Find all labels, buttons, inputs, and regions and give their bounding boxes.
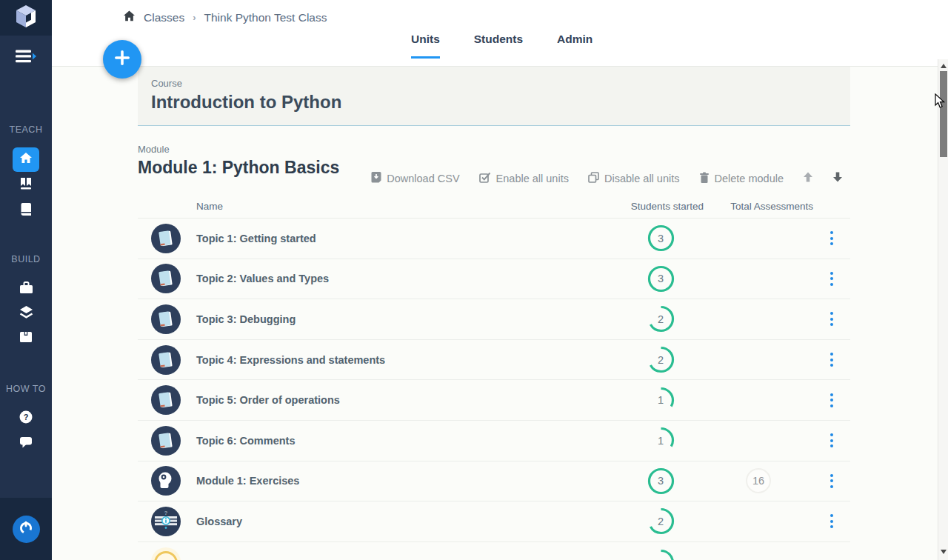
table-row[interactable]: Topic 2: Values and Types 3 (138, 259, 850, 300)
topic-book-icon (151, 304, 181, 334)
delete-module-label: Delete module (715, 173, 784, 184)
students-started-count: 2 (647, 507, 675, 535)
table-row[interactable]: Topic 1: Getting started 3 (138, 219, 850, 259)
row-menu-button[interactable] (827, 268, 837, 290)
sidebar-item-classes[interactable] (0, 147, 52, 172)
trash-icon (699, 172, 710, 185)
briefcase-icon (19, 281, 33, 297)
sidebar-item-library[interactable] (0, 198, 52, 223)
main-content: Course Introduction to Python Module Mod… (52, 67, 938, 560)
table-header-row: Name Students started Total Assessments (138, 194, 850, 219)
module-toolbar: Download CSV Enable all units (371, 172, 843, 185)
app-logo[interactable] (0, 0, 52, 36)
sidebar-item-help[interactable]: ? (0, 406, 52, 431)
unit-name[interactable]: Module 1: Exercises (196, 475, 618, 487)
unit-name[interactable]: Topic 2: Values and Types (196, 273, 618, 284)
active-highlight (13, 147, 39, 172)
app-window: TEACH (0, 0, 948, 560)
sidebar-section-howto: HOW TO (0, 384, 52, 394)
table-row[interactable]: Topic 6: Comments 1 (138, 421, 850, 461)
students-started-ring (647, 549, 675, 560)
download-csv-button[interactable]: Download CSV (371, 172, 459, 185)
unit-name[interactable]: Glossary (196, 516, 618, 527)
row-menu-button[interactable] (827, 470, 837, 492)
download-csv-label: Download CSV (387, 173, 459, 184)
plus-icon (113, 49, 131, 70)
topic-book-icon (151, 385, 181, 415)
breadcrumb-current-class: Think Python Test Class (204, 11, 327, 24)
table-row[interactable]: Module 1: Exercises 3 16 (138, 461, 850, 502)
table-row[interactable]: Topic 5: Order of operations 1 (138, 380, 850, 421)
topic-book-icon (151, 264, 181, 293)
move-module-down-button[interactable] (832, 172, 843, 185)
delete-module-button[interactable]: Delete module (699, 172, 784, 185)
unit-name[interactable]: Topic 5: Order of operations (196, 394, 618, 406)
unit-name[interactable]: Topic 1: Getting started (196, 233, 618, 244)
scroll-up-icon[interactable] (941, 64, 947, 68)
book-icon (20, 203, 32, 219)
table-row[interactable]: Topic 4: Expressions and statements 2 (138, 340, 850, 381)
sidebar-section-teach: TEACH (0, 124, 52, 135)
row-menu-button[interactable] (827, 510, 837, 532)
chevron-right-icon: › (193, 12, 196, 23)
svg-text:?: ? (24, 413, 29, 421)
column-total-assessments: Total Assessments (704, 201, 813, 212)
sidebar-item-projects[interactable] (0, 276, 52, 301)
scrollbar-thumb[interactable] (940, 71, 947, 157)
students-started-count: 3 (647, 265, 675, 293)
column-students-started: Students started (618, 201, 704, 212)
hamburger-icon (15, 50, 37, 66)
row-menu-button[interactable] (827, 349, 837, 370)
codio-cube-logo-icon (11, 4, 41, 32)
download-icon (371, 172, 381, 185)
row-menu-button[interactable] (827, 430, 837, 451)
copy-icon (588, 172, 599, 185)
topic-book-icon (151, 345, 181, 375)
course-kicker: Course (151, 78, 850, 89)
layers-icon (19, 306, 33, 321)
units-table: Name Students started Total Assessments … (138, 194, 850, 560)
vertical-scrollbar[interactable] (938, 59, 948, 560)
scroll-down-icon[interactable] (941, 550, 947, 554)
top-header: Classes › Think Python Test Class Units … (52, 0, 948, 67)
logout-button[interactable] (13, 516, 40, 543)
row-menu-button[interactable] (827, 227, 837, 249)
unit-name[interactable]: Topic 6: Comments (196, 435, 618, 447)
sidebar-item-stacks[interactable] (0, 301, 52, 326)
enable-all-units-button[interactable]: Enable all units (479, 172, 569, 185)
home-icon[interactable] (123, 10, 136, 24)
students-started-ring: 3 (647, 224, 675, 252)
menu-toggle-button[interactable] (0, 47, 52, 68)
sidebar-item-courses[interactable] (0, 173, 52, 198)
add-button[interactable] (103, 40, 141, 79)
tab-admin[interactable]: Admin (557, 33, 592, 59)
students-started-ring: 1 (647, 387, 675, 414)
unit-name[interactable]: Topic 4: Expressions and statements (196, 354, 618, 366)
students-started-ring: 2 (647, 346, 675, 373)
tab-students[interactable]: Students (474, 33, 523, 59)
row-menu-button[interactable] (827, 308, 837, 330)
table-row[interactable]: Topic 3: Debugging 2 (138, 299, 850, 340)
students-started-ring: 2 (647, 507, 675, 535)
survey-face-icon (151, 547, 181, 560)
students-started-count: 2 (647, 305, 675, 333)
students-started-count: 2 (647, 346, 675, 373)
table-row[interactable]: ? Glossary 2 (138, 501, 850, 542)
unit-name[interactable]: Topic 3: Debugging (196, 313, 618, 325)
home-icon (19, 152, 33, 167)
breadcrumb-classes[interactable]: Classes (144, 11, 184, 24)
course-header-panel: Course Introduction to Python (138, 67, 850, 126)
help-icon: ? (19, 410, 33, 427)
svg-text:?: ? (164, 509, 168, 516)
disable-all-units-button[interactable]: Disable all units (588, 172, 680, 185)
package-icon (19, 331, 33, 346)
exercises-head-icon (151, 466, 181, 496)
row-menu-button[interactable] (827, 390, 837, 411)
table-row-partial[interactable] (138, 542, 850, 560)
move-module-up-button[interactable] (803, 172, 813, 185)
sidebar-item-packages[interactable] (0, 326, 52, 351)
sidebar-item-feedback[interactable] (0, 431, 52, 456)
students-started-count: 3 (647, 467, 675, 495)
tab-units[interactable]: Units (411, 33, 440, 59)
column-name: Name (196, 201, 618, 212)
